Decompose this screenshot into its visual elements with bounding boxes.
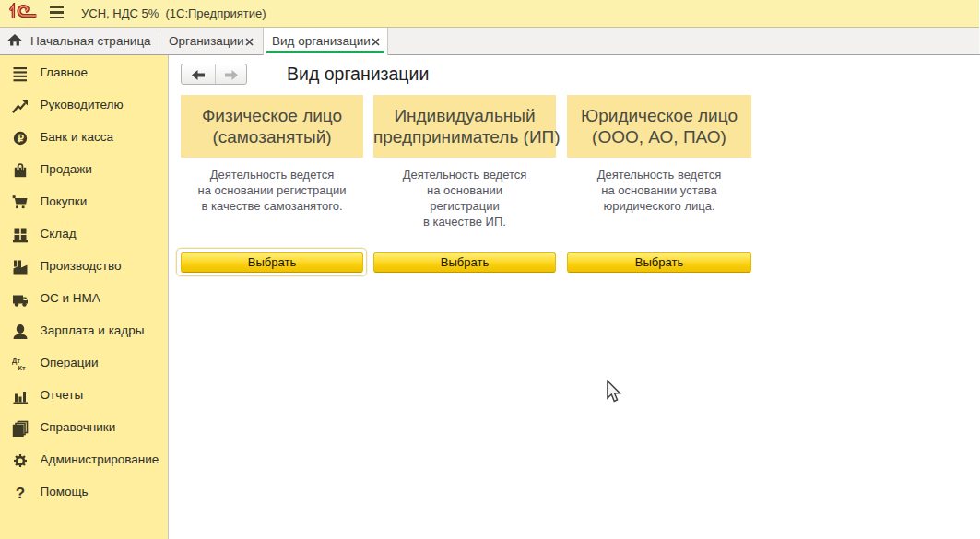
svg-text:?: ? — [16, 485, 25, 501]
svg-text:Кт: Кт — [18, 363, 26, 371]
svg-text:₽: ₽ — [18, 132, 24, 143]
